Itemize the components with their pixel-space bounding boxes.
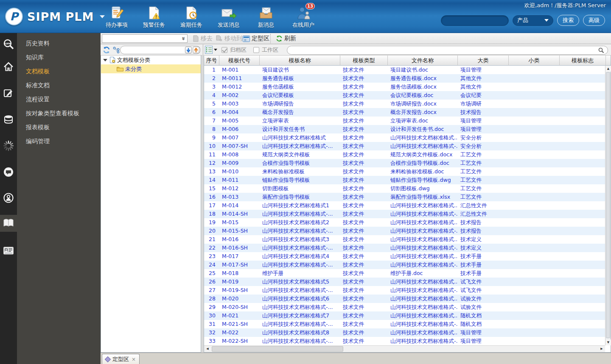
rail-item-id-card[interactable] (0, 242, 17, 259)
remove-button[interactable]: 移去 (191, 34, 215, 43)
sidebar-item[interactable]: 知识库 (17, 50, 101, 64)
grid-search-input[interactable] (287, 47, 598, 53)
header-tool-overdue-task[interactable]: 逾期任务 (179, 6, 204, 29)
table-row[interactable]: 14M-011铺贴作业指导书模板技术文件铺贴作业指导书模板.dwg工艺文件 (204, 176, 605, 184)
column-header[interactable]: 小类 (509, 56, 560, 66)
table-row[interactable]: 11M-008规范大纲类文件模板技术文件规范大纲类文件模板.docx工艺文件 (204, 150, 605, 159)
table-row[interactable]: 2M-0011服务通告模板技术文件服务通告模板.docx其他文件 (204, 74, 605, 83)
tree-expand-icon[interactable] (103, 59, 107, 61)
table-row[interactable]: 16M-013装配作业指导书模板技术文件装配作业指导书模板.xlsx工艺文件 (204, 193, 605, 201)
table-row[interactable]: 20M-015-SH山河科技技术文档标准格式-...技术文件山河科技技术文档标准… (204, 227, 605, 235)
column-header[interactable]: 序号 (204, 56, 219, 66)
header-tool-todo[interactable]: 待办事项 (104, 6, 129, 29)
table-row[interactable]: 31M-021-SH山河科技技术文档标准格式-...技术文件山河科技技术文档标准… (204, 320, 605, 328)
table-row[interactable]: 6M-004概念开发报告技术文件概念开发报告.docx技术报告 (204, 108, 605, 117)
vertical-scrollbar[interactable]: ▲ ▼ (605, 66, 611, 345)
table-row[interactable]: 8M-006设计和开发任务书技术文件设计和开发任务书.doc项目管理 (204, 125, 605, 133)
tree-node-root[interactable]: 文档模板分类 (101, 56, 201, 64)
horizontal-scroll-thumb[interactable] (212, 346, 343, 352)
header-tool-send-message[interactable]: 发送消息 (216, 6, 241, 29)
find-prev-button[interactable] (193, 47, 199, 53)
header-tool-online-users[interactable]: 在线用户13 (291, 6, 316, 29)
table-row[interactable]: 27M-019-SH山河科技技术文档标准格式-...技术文件山河科技技术文档标准… (204, 286, 605, 295)
sidebar-item[interactable]: 按对象类型查看模板 (17, 106, 101, 120)
sidebar-item[interactable]: 历史资料 (17, 36, 101, 50)
archive-zone-checkbox[interactable] (221, 47, 227, 53)
find-next-button[interactable] (185, 47, 192, 53)
rail-item-loading[interactable] (0, 137, 17, 154)
tab-close-icon[interactable]: × (132, 357, 136, 362)
table-cell (509, 269, 560, 278)
table-row[interactable]: 17M-014山河科技技术文档标准格式1技术文件山河科技技术文档标准格式...汇… (204, 201, 605, 210)
tree-refresh-icon[interactable] (103, 46, 110, 54)
table-row[interactable]: 13M-010来料检验标准模板技术文件来料检验标准模板.doc工艺文件 (204, 167, 605, 176)
column-header[interactable]: 模板代号 (219, 56, 260, 66)
table-row[interactable]: 23M-017山河科技技术文档标准格式4技术文件山河科技技术文档标准格式...技… (204, 252, 605, 261)
table-row[interactable]: 24M-017-SH山河科技技术文档标准格式-...技术文件山河科技技术文档标准… (204, 261, 605, 269)
table-row[interactable]: 25M-018维护手册技术文件维护手册.doc技术手册 (204, 269, 605, 278)
table-row[interactable]: 21M-016山河科技技术文档标准格式3技术文件山河科技技术文档标准格式...技… (204, 235, 605, 244)
view-options-dropdown[interactable] (205, 46, 217, 54)
table-row[interactable]: 7M-005立项评审表技术文件立项评审表.doc项目管理 (204, 117, 605, 125)
sidebar-item[interactable]: 报表模板 (17, 120, 101, 134)
column-header[interactable]: 大类 (458, 56, 509, 66)
table-row[interactable]: 29M-020-SH山河科技技术文档标准格式-...技术文件山河科技技术文档标准… (204, 303, 605, 311)
search-button[interactable]: 搜索 (557, 15, 579, 26)
move-to-button[interactable]: 移动到 (213, 34, 244, 43)
rail-item-home[interactable] (0, 58, 17, 75)
column-header[interactable]: 模板类型 (340, 56, 388, 66)
horizontal-scrollbar[interactable]: ◀ ▶ (204, 345, 605, 352)
tree-node-uncategorized[interactable]: 未分类 (101, 64, 201, 73)
sidebar-item[interactable]: 标准文档 (17, 78, 101, 92)
table-row[interactable]: 19M-015山河科技技术文档标准格式2技术文件山河科技技术文档标准格式...技… (204, 218, 605, 227)
vertical-scroll-thumb[interactable] (606, 72, 610, 338)
table-row[interactable]: 4M-002会议纪要模板技术文件会议纪要模板.doc会议纪要 (204, 91, 605, 100)
sidebar-item[interactable]: 编码管理 (17, 134, 101, 148)
rail-item-book[interactable] (0, 215, 17, 232)
table-row[interactable]: 26M-019山河科技技术文档标准格式5技术文件山河科技技术文档标准格式...试… (204, 278, 605, 286)
rail-item-database[interactable] (0, 111, 17, 128)
work-zone-checkbox[interactable] (253, 47, 259, 53)
advanced-search-button[interactable]: 高级 (583, 15, 605, 26)
table-row[interactable]: 32M-022山河科技技术文档标准格式8技术文件山河科技技术文档标准格式...项… (204, 328, 605, 337)
scroll-down-icon[interactable]: ▼ (605, 339, 611, 345)
pattern-zone-button[interactable]: 定型区 (241, 34, 272, 43)
global-search-input[interactable] (441, 15, 509, 26)
app-logo[interactable]: P SIPM PLM (5, 8, 105, 25)
table-row[interactable]: 5M-003市场调研报告技术文件市场调研报告.docx市场调研 (204, 100, 605, 108)
tree-hierarchy-icon[interactable] (113, 47, 120, 53)
column-header[interactable]: 模板名称 (260, 56, 340, 66)
table-cell: 6 (204, 108, 219, 117)
tree-search-input[interactable] (121, 47, 185, 53)
pattern-zone-tab[interactable]: 定型区 × (102, 354, 140, 364)
sidebar-item[interactable]: 流程设置 (17, 92, 101, 106)
rail-item-sipm-search[interactable]: SIPM (0, 36, 17, 53)
table-row[interactable]: 15M-012切割图模板技术文件切割图模板.dwg工艺文件 (204, 184, 605, 193)
rail-item-user-circle[interactable] (0, 189, 17, 206)
table-row[interactable]: 1M-001项目建议书技术文件项目建议书.doc项目管理 (204, 66, 605, 74)
table-row[interactable]: 22M-016-SH山河科技技术文档标准格式-...技术文件山河科技技术文档标准… (204, 244, 605, 252)
scroll-left-icon[interactable]: ◀ (204, 346, 211, 352)
rail-item-edit[interactable] (0, 85, 17, 102)
table-row[interactable]: 18M-014-SH山河科技技术文档标准格式-...技术文件山河科技技术文档标准… (204, 210, 605, 218)
table-row[interactable]: 33M-022-SH山河科技技术文档标准格式-...技术文件山河科技技术文档标准… (204, 337, 605, 345)
scroll-up-icon[interactable]: ▲ (605, 66, 611, 72)
table-row[interactable]: 30M-021山河科技技术文档标准格式7技术文件山河科技技术文档标准格式...随… (204, 311, 605, 320)
search-category-dropdown[interactable]: 产品 (513, 15, 553, 26)
column-header[interactable]: 文件名称 (388, 56, 458, 66)
scroll-right-icon[interactable]: ▶ (598, 346, 605, 352)
table-row[interactable]: 9M-007山河科技技术文档标准格式技术文件山河科技技术文档标准格式...安全分… (204, 133, 605, 142)
refresh-button[interactable]: 刷新 (274, 34, 298, 43)
header-tool-new-message[interactable]: 新消息 (254, 6, 278, 29)
search-icon[interactable] (598, 47, 604, 53)
sidebar-item[interactable]: 文档模板 (17, 64, 101, 78)
table-row[interactable]: 10M-007-SH山河科技技术文档标准格式-...技术文件山河科技技术文档标准… (204, 142, 605, 150)
table-cell: 设计和开发任务书.doc (388, 125, 458, 133)
header-tool-warning-task[interactable]: 预警任务 (142, 6, 166, 29)
column-header[interactable]: 模板标志 (560, 56, 606, 66)
table-row[interactable]: 3M-0012服务信函模板技术文件服务信函模板.docx其他文件 (204, 83, 605, 91)
table-row[interactable]: 12M-009合模作业指导书模板技术文件合模作业指导书模板.doc工艺文件 (204, 159, 605, 167)
rail-item-chat[interactable] (0, 164, 17, 181)
table-row[interactable]: 28M-020山河科技技术文档标准格式6技术文件山河科技技术文档标准格式...试… (204, 295, 605, 303)
category-combo[interactable]: » (102, 34, 188, 43)
